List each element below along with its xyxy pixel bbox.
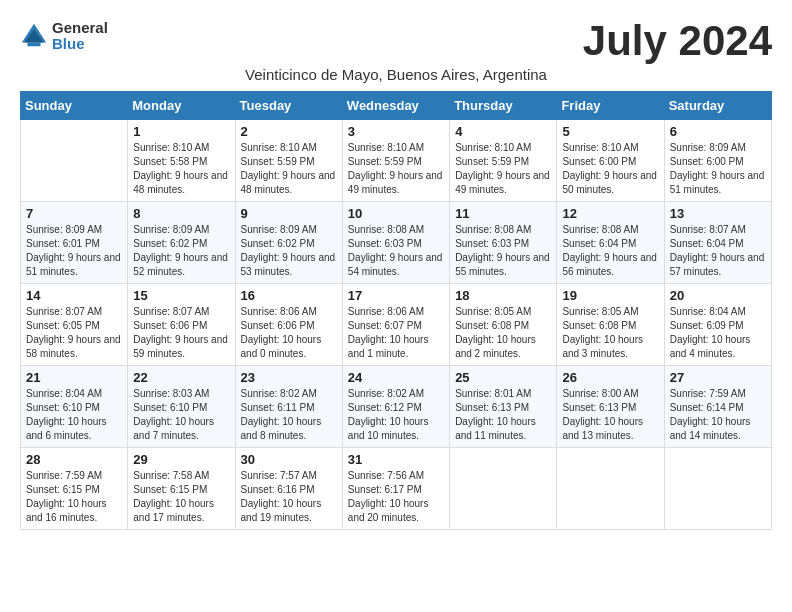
location-title: Veinticinco de Mayo, Buenos Aires, Argen…	[20, 66, 772, 83]
calendar-cell: 28 Sunrise: 7:59 AMSunset: 6:15 PMDaylig…	[21, 448, 128, 530]
calendar-week-1: 7 Sunrise: 8:09 AMSunset: 6:01 PMDayligh…	[21, 202, 772, 284]
logo-general: General	[52, 19, 108, 36]
calendar-cell: 27 Sunrise: 7:59 AMSunset: 6:14 PMDaylig…	[664, 366, 771, 448]
day-info: Sunrise: 8:02 AMSunset: 6:12 PMDaylight:…	[348, 387, 444, 443]
calendar-cell: 7 Sunrise: 8:09 AMSunset: 6:01 PMDayligh…	[21, 202, 128, 284]
logo: General Blue	[20, 20, 108, 52]
calendar-week-0: 1 Sunrise: 8:10 AMSunset: 5:58 PMDayligh…	[21, 120, 772, 202]
day-number: 28	[26, 452, 122, 467]
day-info: Sunrise: 8:10 AMSunset: 5:59 PMDaylight:…	[455, 141, 551, 197]
day-number: 1	[133, 124, 229, 139]
day-info: Sunrise: 8:07 AMSunset: 6:06 PMDaylight:…	[133, 305, 229, 361]
calendar-cell: 14 Sunrise: 8:07 AMSunset: 6:05 PMDaylig…	[21, 284, 128, 366]
day-number: 21	[26, 370, 122, 385]
day-number: 7	[26, 206, 122, 221]
calendar-header-row: SundayMondayTuesdayWednesdayThursdayFrid…	[21, 92, 772, 120]
day-number: 15	[133, 288, 229, 303]
day-info: Sunrise: 8:04 AMSunset: 6:10 PMDaylight:…	[26, 387, 122, 443]
day-info: Sunrise: 8:07 AMSunset: 6:04 PMDaylight:…	[670, 223, 766, 279]
calendar-week-4: 28 Sunrise: 7:59 AMSunset: 6:15 PMDaylig…	[21, 448, 772, 530]
day-number: 17	[348, 288, 444, 303]
calendar-cell	[557, 448, 664, 530]
day-info: Sunrise: 7:59 AMSunset: 6:14 PMDaylight:…	[670, 387, 766, 443]
calendar-cell: 10 Sunrise: 8:08 AMSunset: 6:03 PMDaylig…	[342, 202, 449, 284]
calendar-cell: 2 Sunrise: 8:10 AMSunset: 5:59 PMDayligh…	[235, 120, 342, 202]
day-number: 23	[241, 370, 337, 385]
calendar-cell	[21, 120, 128, 202]
day-number: 3	[348, 124, 444, 139]
day-number: 29	[133, 452, 229, 467]
day-info: Sunrise: 8:10 AMSunset: 5:58 PMDaylight:…	[133, 141, 229, 197]
day-info: Sunrise: 7:57 AMSunset: 6:16 PMDaylight:…	[241, 469, 337, 525]
calendar-cell: 19 Sunrise: 8:05 AMSunset: 6:08 PMDaylig…	[557, 284, 664, 366]
day-info: Sunrise: 8:06 AMSunset: 6:07 PMDaylight:…	[348, 305, 444, 361]
day-info: Sunrise: 8:08 AMSunset: 6:03 PMDaylight:…	[455, 223, 551, 279]
day-number: 24	[348, 370, 444, 385]
calendar-cell: 12 Sunrise: 8:08 AMSunset: 6:04 PMDaylig…	[557, 202, 664, 284]
day-info: Sunrise: 8:10 AMSunset: 5:59 PMDaylight:…	[241, 141, 337, 197]
day-number: 4	[455, 124, 551, 139]
calendar-header-sunday: Sunday	[21, 92, 128, 120]
calendar-cell: 9 Sunrise: 8:09 AMSunset: 6:02 PMDayligh…	[235, 202, 342, 284]
calendar-cell: 23 Sunrise: 8:02 AMSunset: 6:11 PMDaylig…	[235, 366, 342, 448]
calendar-cell: 29 Sunrise: 7:58 AMSunset: 6:15 PMDaylig…	[128, 448, 235, 530]
calendar-cell: 20 Sunrise: 8:04 AMSunset: 6:09 PMDaylig…	[664, 284, 771, 366]
day-number: 26	[562, 370, 658, 385]
svg-rect-2	[27, 43, 40, 47]
calendar-week-3: 21 Sunrise: 8:04 AMSunset: 6:10 PMDaylig…	[21, 366, 772, 448]
calendar-cell: 26 Sunrise: 8:00 AMSunset: 6:13 PMDaylig…	[557, 366, 664, 448]
calendar-cell: 3 Sunrise: 8:10 AMSunset: 5:59 PMDayligh…	[342, 120, 449, 202]
day-number: 12	[562, 206, 658, 221]
calendar-cell: 18 Sunrise: 8:05 AMSunset: 6:08 PMDaylig…	[450, 284, 557, 366]
day-number: 16	[241, 288, 337, 303]
day-number: 11	[455, 206, 551, 221]
calendar-header-tuesday: Tuesday	[235, 92, 342, 120]
calendar-cell: 1 Sunrise: 8:10 AMSunset: 5:58 PMDayligh…	[128, 120, 235, 202]
logo-blue: Blue	[52, 35, 85, 52]
day-info: Sunrise: 8:04 AMSunset: 6:09 PMDaylight:…	[670, 305, 766, 361]
day-number: 2	[241, 124, 337, 139]
day-number: 13	[670, 206, 766, 221]
day-info: Sunrise: 8:00 AMSunset: 6:13 PMDaylight:…	[562, 387, 658, 443]
day-number: 8	[133, 206, 229, 221]
month-title: July 2024	[583, 20, 772, 62]
calendar-cell	[664, 448, 771, 530]
day-info: Sunrise: 8:05 AMSunset: 6:08 PMDaylight:…	[562, 305, 658, 361]
day-number: 5	[562, 124, 658, 139]
day-info: Sunrise: 8:07 AMSunset: 6:05 PMDaylight:…	[26, 305, 122, 361]
calendar-cell: 13 Sunrise: 8:07 AMSunset: 6:04 PMDaylig…	[664, 202, 771, 284]
day-info: Sunrise: 8:06 AMSunset: 6:06 PMDaylight:…	[241, 305, 337, 361]
calendar-cell: 16 Sunrise: 8:06 AMSunset: 6:06 PMDaylig…	[235, 284, 342, 366]
calendar-header-wednesday: Wednesday	[342, 92, 449, 120]
day-info: Sunrise: 8:09 AMSunset: 6:02 PMDaylight:…	[133, 223, 229, 279]
day-number: 27	[670, 370, 766, 385]
calendar-cell: 4 Sunrise: 8:10 AMSunset: 5:59 PMDayligh…	[450, 120, 557, 202]
calendar-header-friday: Friday	[557, 92, 664, 120]
day-info: Sunrise: 8:09 AMSunset: 6:00 PMDaylight:…	[670, 141, 766, 197]
calendar-week-2: 14 Sunrise: 8:07 AMSunset: 6:05 PMDaylig…	[21, 284, 772, 366]
day-number: 9	[241, 206, 337, 221]
calendar-cell: 6 Sunrise: 8:09 AMSunset: 6:00 PMDayligh…	[664, 120, 771, 202]
calendar-header-saturday: Saturday	[664, 92, 771, 120]
calendar-cell: 30 Sunrise: 7:57 AMSunset: 6:16 PMDaylig…	[235, 448, 342, 530]
calendar-cell: 24 Sunrise: 8:02 AMSunset: 6:12 PMDaylig…	[342, 366, 449, 448]
day-info: Sunrise: 7:58 AMSunset: 6:15 PMDaylight:…	[133, 469, 229, 525]
calendar: SundayMondayTuesdayWednesdayThursdayFrid…	[20, 91, 772, 530]
calendar-header-monday: Monday	[128, 92, 235, 120]
calendar-header-thursday: Thursday	[450, 92, 557, 120]
day-number: 14	[26, 288, 122, 303]
day-info: Sunrise: 7:59 AMSunset: 6:15 PMDaylight:…	[26, 469, 122, 525]
day-number: 6	[670, 124, 766, 139]
day-info: Sunrise: 8:09 AMSunset: 6:02 PMDaylight:…	[241, 223, 337, 279]
day-info: Sunrise: 8:08 AMSunset: 6:03 PMDaylight:…	[348, 223, 444, 279]
day-info: Sunrise: 8:09 AMSunset: 6:01 PMDaylight:…	[26, 223, 122, 279]
day-info: Sunrise: 7:56 AMSunset: 6:17 PMDaylight:…	[348, 469, 444, 525]
calendar-cell: 21 Sunrise: 8:04 AMSunset: 6:10 PMDaylig…	[21, 366, 128, 448]
calendar-cell: 5 Sunrise: 8:10 AMSunset: 6:00 PMDayligh…	[557, 120, 664, 202]
day-info: Sunrise: 8:10 AMSunset: 5:59 PMDaylight:…	[348, 141, 444, 197]
calendar-cell: 15 Sunrise: 8:07 AMSunset: 6:06 PMDaylig…	[128, 284, 235, 366]
day-info: Sunrise: 8:05 AMSunset: 6:08 PMDaylight:…	[455, 305, 551, 361]
day-number: 10	[348, 206, 444, 221]
day-number: 31	[348, 452, 444, 467]
day-info: Sunrise: 8:08 AMSunset: 6:04 PMDaylight:…	[562, 223, 658, 279]
